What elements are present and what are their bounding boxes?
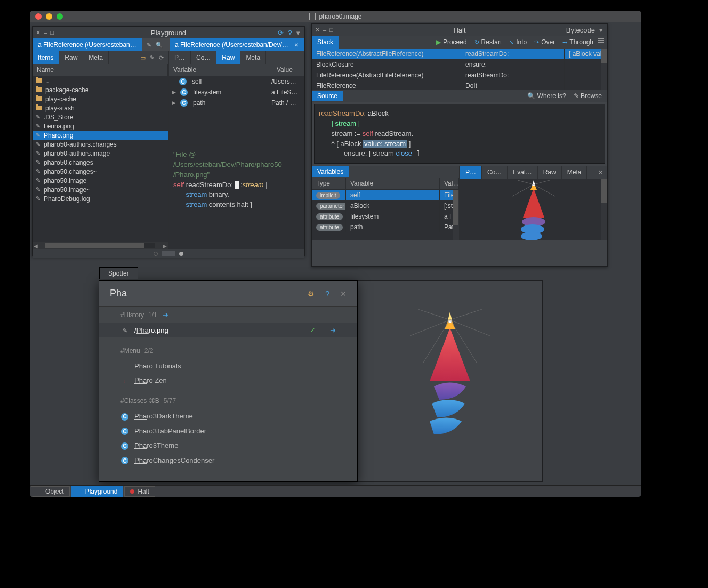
task-playground[interactable]: Playground <box>71 486 124 497</box>
task-object[interactable]: Object <box>31 486 70 497</box>
pill-raw[interactable]: Raw <box>216 51 240 64</box>
close-icon[interactable]: ✕ <box>340 289 347 298</box>
spotter-item[interactable]: CPharo3Theme <box>99 438 357 453</box>
into-button[interactable]: ↘Into <box>509 38 527 46</box>
col-variable[interactable]: Variable <box>346 178 440 190</box>
list-item[interactable]: ✎Lenna.png <box>33 122 168 131</box>
svg-marker-5 <box>532 180 535 186</box>
col-value[interactable]: Val… <box>440 178 459 190</box>
pill-co[interactable]: Co… <box>482 166 508 179</box>
spotter-results[interactable]: #History1/1 ➜✎/Pharo.png✓ ➜#Menu2/2Pharo… <box>99 307 357 481</box>
list-item[interactable]: play-cache <box>33 94 168 103</box>
list-item[interactable]: ▶Cfilesystema FileS… <box>169 87 304 98</box>
list-item[interactable]: ✎pharo50.changes <box>33 158 168 167</box>
table-row[interactable]: FileReference(AbstractFileReference)read… <box>312 49 607 59</box>
pill-meta[interactable]: Meta <box>83 51 109 64</box>
table-row[interactable]: FileReferenceDoIt <box>312 80 607 90</box>
proceed-button[interactable]: ▶Proceed <box>436 38 467 46</box>
table-row[interactable]: BlockClosureensure: <box>312 59 607 70</box>
pager[interactable] <box>33 249 304 258</box>
pill-items[interactable]: Items <box>33 51 59 64</box>
stack-table[interactable]: FileReference(AbstractFileReference)read… <box>312 49 607 90</box>
v-scrollbar[interactable] <box>601 49 607 90</box>
variable-list[interactable]: Cself/Users…▶Cfilesystema FileS…▶CpathPa… <box>169 76 304 146</box>
pill-meta[interactable]: Meta <box>240 51 266 64</box>
list-item[interactable]: ✎Pharo.png <box>33 131 168 140</box>
list-item[interactable]: ✎pharo50.changes~ <box>33 167 168 176</box>
playground-titlebar[interactable]: ✕ – □ Playground ⟳ ? ▾ <box>33 27 304 38</box>
expand-icon[interactable] <box>172 79 175 84</box>
table-row[interactable]: FileReference(AbstractFileReference)read… <box>312 70 607 80</box>
pill-co[interactable]: Co… <box>191 51 216 64</box>
spotter-item[interactable]: ⁞Pharo Zen <box>99 373 357 388</box>
pill-meta[interactable]: Meta <box>562 166 588 179</box>
pill-raw[interactable]: Raw <box>59 51 83 64</box>
help-icon[interactable]: ? <box>325 289 329 298</box>
folder-icon[interactable]: ▭ <box>140 54 146 61</box>
pill-p[interactable]: P… <box>460 166 482 179</box>
through-button[interactable]: ⇢Through <box>562 38 593 46</box>
expand-icon[interactable]: ▶ <box>172 90 176 95</box>
list-item[interactable]: .. <box>33 76 168 85</box>
spotter-item[interactable]: CPharo3TabPanelBorder <box>99 424 357 439</box>
table-row[interactable]: implicitselfFile <box>312 190 459 200</box>
list-item[interactable]: ✎pharo50.image~ <box>33 185 168 194</box>
spotter-item[interactable]: CPharo3DarkTheme <box>99 409 357 424</box>
list-item[interactable]: ✎pharo50.image <box>33 176 168 185</box>
column-variable[interactable]: Variable <box>169 64 272 76</box>
spotter-item[interactable]: ✎/Pharo.png✓ ➜ <box>99 323 357 337</box>
list-item[interactable]: ✎.DS_Store <box>33 112 168 122</box>
v-scrollbar[interactable] <box>453 190 459 240</box>
spotter-search-input[interactable]: Pha ⚙ ? ✕ <box>99 281 357 307</box>
refresh-icon[interactable]: ⟳ <box>159 54 164 61</box>
search-icon[interactable]: 🔍 <box>156 42 163 49</box>
file-icon: ✎ <box>36 186 41 193</box>
titlebar[interactable]: pharo50.image <box>30 11 641 22</box>
list-item[interactable]: ✎PharoDebug.log <box>33 194 168 203</box>
col-type[interactable]: Type <box>312 178 346 190</box>
table-row[interactable]: attributefilesystema Fi <box>312 211 459 222</box>
spotter-item[interactable]: Pharo Tutorials <box>99 359 357 373</box>
list-item[interactable]: ▶CpathPath / … <box>169 98 304 108</box>
file-list[interactable]: ..package-cacheplay-cacheplay-stash✎.DS_… <box>33 76 168 242</box>
list-item[interactable]: ✎pharo50-authors.changes <box>33 140 168 149</box>
pill-raw[interactable]: Raw <box>538 166 562 179</box>
list-item[interactable]: play-stash <box>33 103 168 112</box>
table-row[interactable]: parameteraBlock[:st <box>312 200 459 211</box>
spotter-tab[interactable]: Spotter <box>99 267 138 279</box>
edit-icon[interactable]: ✎ <box>147 42 151 49</box>
code-editor[interactable]: "File @ /Users/esteban/Dev/Pharo/pharo50… <box>169 146 304 249</box>
h-scrollbar[interactable]: ◀▶ <box>33 242 168 249</box>
restart-button[interactable]: ↻Restart <box>474 38 502 46</box>
tab-fileref-left[interactable]: a FileReference (/Users/esteban/Dev/Ph… <box>33 38 142 51</box>
source-editor[interactable]: readStreamDo: aBlock | stream | stream :… <box>314 104 605 164</box>
spotter-item[interactable]: CPharoChangesCondenser <box>99 453 357 468</box>
arrow-right-icon[interactable]: ➜ <box>330 326 336 334</box>
variable-list[interactable]: implicitselfFileparameteraBlock[:stattri… <box>312 190 459 240</box>
arrow-right-icon[interactable]: ➜ <box>163 311 168 319</box>
column-value[interactable]: Value <box>272 64 304 76</box>
close-tab-icon[interactable]: ✕ <box>294 42 299 48</box>
edit-icon[interactable]: ✎ <box>150 54 155 61</box>
halt-titlebar[interactable]: ✕ – □ Halt Bytecode ▾ <box>312 24 607 36</box>
list-item[interactable]: Cself/Users… <box>169 76 304 87</box>
file-icon: ✎ <box>36 132 41 139</box>
where-is-link[interactable]: 🔍 Where is? <box>527 92 566 100</box>
pill-eval[interactable]: Eval… <box>508 166 537 179</box>
over-button[interactable]: ↷Over <box>534 38 555 46</box>
table-row[interactable]: attributepathPatl <box>312 222 459 232</box>
column-name[interactable]: Name <box>33 64 168 76</box>
menu-icon[interactable] <box>598 38 604 43</box>
pill-p[interactable]: P… <box>169 51 191 64</box>
browse-link[interactable]: ✎ Browse <box>574 92 602 100</box>
tab-fileref-right[interactable]: a FileReference (/Users/esteban/Dev/Ph… … <box>170 38 304 51</box>
v-scrollbar[interactable] <box>601 179 607 240</box>
list-item[interactable]: ✎pharo50-authors.image <box>33 149 168 158</box>
check-icon: ✓ <box>310 326 316 334</box>
svg-line-6 <box>518 180 534 184</box>
close-icon[interactable]: ✕ <box>598 169 603 176</box>
gear-icon[interactable]: ⚙ <box>308 289 315 298</box>
list-item[interactable]: package-cache <box>33 85 168 94</box>
expand-icon[interactable]: ▶ <box>172 100 176 106</box>
task-halt[interactable]: Halt <box>124 486 155 497</box>
